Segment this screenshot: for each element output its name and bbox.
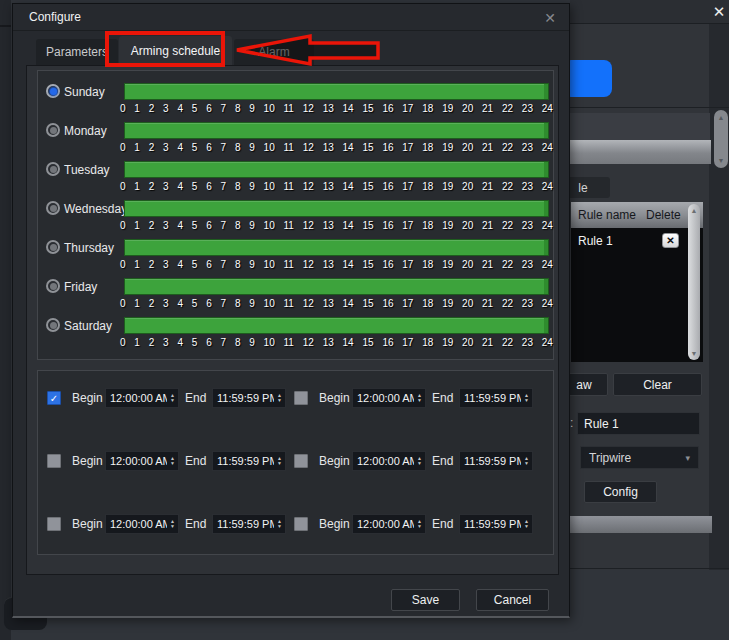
- end-time-input-1-left[interactable]: 11:59:59 PM▲▼: [212, 388, 286, 408]
- spinner-arrows[interactable]: ▲▼: [274, 452, 285, 470]
- time-value: 11:59:59 PM: [213, 389, 274, 407]
- begin-time-input-1-right[interactable]: 12:00:00 AM▲▼: [352, 388, 426, 408]
- begin-time-input-1-left[interactable]: 12:00:00 AM▲▼: [105, 388, 179, 408]
- day-radio-saturday[interactable]: [46, 318, 60, 332]
- end-time-input-2-right[interactable]: 11:59:59 PM▲▼: [459, 451, 533, 471]
- caret-down-icon[interactable]: ▼: [170, 398, 175, 403]
- spinner-arrows[interactable]: ▲▼: [414, 452, 425, 470]
- hour-tick: 7: [221, 219, 227, 232]
- rule-table-scrollbar[interactable]: ▲ ▼: [688, 204, 700, 360]
- tab-alarm[interactable]: Alarm: [234, 39, 314, 65]
- period-checkbox-3-right[interactable]: [294, 517, 308, 531]
- spinner-arrows[interactable]: ▲▼: [521, 389, 532, 407]
- hour-tick: 10: [264, 297, 275, 310]
- period-checkbox-2-right[interactable]: [294, 454, 308, 468]
- caret-down-icon[interactable]: ▼: [524, 461, 529, 466]
- primary-action-button[interactable]: [563, 60, 612, 97]
- period-checkbox-1-left[interactable]: ✓: [47, 391, 61, 405]
- end-time-input-3-left[interactable]: 11:59:59 PM▲▼: [212, 514, 286, 534]
- right-scrollbar[interactable]: ▲ ▼: [714, 110, 728, 168]
- arming-schedule-bar-monday[interactable]: [124, 122, 549, 139]
- hour-tick: 7: [221, 258, 227, 271]
- spinner-arrows[interactable]: ▲▼: [167, 389, 178, 407]
- caret-down-icon[interactable]: ▼: [524, 524, 529, 529]
- rule-type-dropdown[interactable]: Tripwire ▾: [580, 446, 699, 469]
- spinner-arrows[interactable]: ▲▼: [167, 452, 178, 470]
- begin-time-input-2-right[interactable]: 12:00:00 AM▲▼: [352, 451, 426, 471]
- rule-table-row[interactable]: Rule 1✕: [571, 228, 703, 253]
- day-radio-thursday[interactable]: [46, 240, 60, 254]
- spinner-arrows[interactable]: ▲▼: [414, 389, 425, 407]
- period-checkbox-2-left[interactable]: [47, 454, 61, 468]
- hour-tick: 16: [382, 258, 393, 271]
- arming-schedule-bar-wednesday[interactable]: [124, 200, 549, 217]
- hour-tick: 23: [522, 297, 533, 310]
- caret-down-icon[interactable]: ▼: [170, 524, 175, 529]
- scroll-down-icon[interactable]: ▼: [718, 157, 725, 164]
- left-rail: [0, 0, 11, 640]
- spinner-arrows[interactable]: ▲▼: [414, 515, 425, 533]
- hour-tick: 13: [323, 180, 334, 193]
- hour-tick: 19: [442, 219, 453, 232]
- hour-tick: 7: [221, 141, 227, 154]
- caret-down-icon[interactable]: ▼: [277, 461, 282, 466]
- begin-label: Begin: [319, 391, 350, 405]
- hour-tick: 18: [422, 219, 433, 232]
- day-radio-sunday[interactable]: [46, 84, 60, 98]
- end-time-input-1-right[interactable]: 11:59:59 PM▲▼: [459, 388, 533, 408]
- day-radio-friday[interactable]: [46, 279, 60, 293]
- lower-section-bar[interactable]: [570, 516, 712, 533]
- day-radio-tuesday[interactable]: [46, 162, 60, 176]
- cancel-button[interactable]: Cancel: [476, 589, 549, 611]
- scroll-up-icon[interactable]: ▲: [691, 207, 698, 214]
- spinner-arrows[interactable]: ▲▼: [521, 452, 532, 470]
- hour-tick: 11: [284, 219, 294, 232]
- caret-down-icon[interactable]: ▼: [417, 461, 422, 466]
- hour-tick: 15: [362, 336, 373, 349]
- caret-down-icon[interactable]: ▼: [524, 398, 529, 403]
- hour-ticks: 0123456789101112131415161718192021222324: [120, 180, 553, 193]
- period-checkbox-1-right[interactable]: [294, 391, 308, 405]
- hour-tick: 0: [120, 336, 126, 349]
- caret-down-icon[interactable]: ▼: [417, 398, 422, 403]
- scroll-up-icon[interactable]: ▲: [718, 114, 725, 121]
- panel-bottom-divider: [570, 568, 729, 569]
- arming-schedule-bar-sunday[interactable]: [124, 83, 549, 100]
- rule-name-input[interactable]: Rule 1: [577, 412, 700, 435]
- begin-time-input-3-right[interactable]: 12:00:00 AM▲▼: [352, 514, 426, 534]
- arming-schedule-bar-friday[interactable]: [124, 278, 549, 295]
- day-radio-wednesday[interactable]: [46, 201, 60, 215]
- period-checkbox-3-left[interactable]: [47, 517, 61, 531]
- hour-tick: 21: [482, 102, 493, 115]
- day-radio-monday[interactable]: [46, 123, 60, 137]
- begin-time-input-3-left[interactable]: 12:00:00 AM▲▼: [105, 514, 179, 534]
- arming-schedule-bar-saturday[interactable]: [124, 317, 549, 334]
- end-time-input-3-right[interactable]: 11:59:59 PM▲▼: [459, 514, 533, 534]
- configure-dialog: Configure ✕ Parameters Arming schedule A…: [12, 3, 570, 618]
- spinner-arrows[interactable]: ▲▼: [274, 389, 285, 407]
- arming-schedule-bar-thursday[interactable]: [124, 239, 549, 256]
- delete-rule-button[interactable]: ✕: [662, 233, 679, 248]
- clear-button[interactable]: Clear: [613, 373, 702, 396]
- hour-tick: 5: [192, 258, 198, 271]
- tab-parameters[interactable]: Parameters: [36, 39, 118, 65]
- caret-down-icon[interactable]: ▼: [417, 524, 422, 529]
- caret-down-icon[interactable]: ▼: [277, 524, 282, 529]
- tab-arming-schedule[interactable]: Arming schedule: [119, 36, 232, 65]
- caret-down-icon[interactable]: ▼: [170, 461, 175, 466]
- day-label-tuesday: Tuesday: [64, 163, 110, 177]
- arming-schedule-bar-tuesday[interactable]: [124, 161, 549, 178]
- caret-down-icon[interactable]: ▼: [277, 398, 282, 403]
- dialog-close-icon[interactable]: ✕: [541, 9, 559, 27]
- config-button[interactable]: Config: [584, 481, 657, 503]
- spinner-arrows[interactable]: ▲▼: [167, 515, 178, 533]
- spinner-arrows[interactable]: ▲▼: [521, 515, 532, 533]
- begin-time-input-2-left[interactable]: 12:00:00 AM▲▼: [105, 451, 179, 471]
- spinner-arrows[interactable]: ▲▼: [274, 515, 285, 533]
- scroll-down-icon[interactable]: ▼: [691, 350, 698, 357]
- save-button[interactable]: Save: [391, 589, 460, 611]
- end-time-input-2-left[interactable]: 11:59:59 PM▲▼: [212, 451, 286, 471]
- window-close-icon[interactable]: ✕: [709, 2, 729, 22]
- hour-tick: 5: [192, 102, 198, 115]
- section-header-bar[interactable]: [570, 140, 711, 164]
